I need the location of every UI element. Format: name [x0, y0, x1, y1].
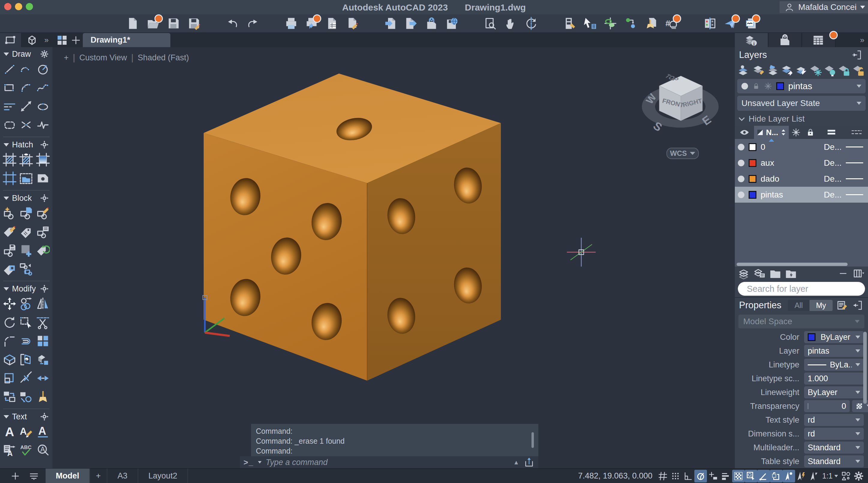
text-style-icon[interactable]: A,	[19, 425, 33, 438]
hatch-pick-icon[interactable]	[19, 153, 33, 167]
polyline-icon[interactable]	[19, 62, 33, 76]
export-text-icon[interactable]: A	[3, 444, 17, 457]
layer-color-swatch[interactable]	[749, 143, 756, 151]
edit-polyline-icon[interactable]	[3, 390, 17, 404]
layer-unisolate-icon[interactable]	[795, 63, 808, 77]
section-header-modify[interactable]: Modify	[0, 282, 53, 296]
polar-tracking-icon[interactable]	[694, 470, 707, 482]
attribute-manager-icon[interactable]	[36, 225, 50, 239]
extend-icon[interactable]	[19, 353, 33, 367]
performance-icon[interactable]	[744, 17, 757, 30]
page-setup-icon[interactable]	[345, 17, 359, 30]
slider-thumb[interactable]	[808, 403, 808, 409]
eye-icon[interactable]	[735, 125, 754, 139]
boundary-icon[interactable]	[3, 171, 17, 185]
attach-icon[interactable]	[425, 17, 438, 30]
ellipse-icon[interactable]	[36, 100, 50, 113]
properties-scrollbar[interactable]	[863, 332, 867, 404]
filter-my-button[interactable]: My	[809, 300, 833, 311]
lock-column-icon[interactable]	[803, 125, 817, 139]
gradient-icon[interactable]	[36, 153, 50, 167]
add-panel-icon[interactable]	[8, 469, 22, 483]
save-icon[interactable]	[167, 17, 181, 30]
share-icon[interactable]	[723, 17, 737, 30]
columns-icon[interactable]	[852, 266, 866, 280]
fillet-icon[interactable]	[3, 334, 17, 348]
list-icon[interactable]	[27, 469, 41, 483]
auto-hide-icon[interactable]	[852, 299, 864, 311]
gear-icon[interactable]	[40, 50, 49, 59]
layer-color-swatch[interactable]	[749, 175, 756, 183]
command-history-scrollbar[interactable]	[531, 432, 534, 448]
layer-lock-icon[interactable]	[837, 63, 851, 77]
break-icon[interactable]	[19, 371, 33, 385]
tab-layers[interactable]: i	[735, 33, 768, 47]
text-style-dropdown[interactable]: rd	[804, 414, 864, 426]
property-filter-icon[interactable]	[784, 266, 798, 280]
workspace-icon[interactable]	[840, 470, 852, 482]
layer-table-hscrollbar[interactable]	[735, 262, 868, 266]
text-underline-icon[interactable]: A	[36, 425, 50, 438]
gear-icon[interactable]	[40, 140, 49, 149]
find-text-icon[interactable]: A	[36, 444, 50, 457]
lineweight-dropdown[interactable]: ByLayer	[804, 386, 864, 398]
layer-state-dropdown[interactable]: Unsaved Layer State	[737, 96, 866, 111]
gear-icon[interactable]	[40, 194, 49, 203]
mirror-icon[interactable]	[36, 297, 50, 311]
write-block-icon[interactable]	[3, 244, 17, 257]
edit-attribute-icon[interactable]	[3, 225, 17, 239]
auto-hide-icon[interactable]	[850, 48, 864, 62]
quick-properties-icon[interactable]	[795, 470, 808, 482]
tab-a3[interactable]: A3	[107, 468, 138, 483]
sync-attributes-icon[interactable]	[36, 244, 50, 257]
rectangle-icon[interactable]	[3, 81, 17, 94]
solid-fill-icon[interactable]	[36, 171, 50, 185]
compare-icon[interactable]	[703, 17, 717, 30]
command-input-placeholder[interactable]: Type a command	[266, 458, 509, 467]
zoom-window-icon[interactable]	[484, 17, 497, 30]
tab-3d-tools[interactable]	[21, 33, 42, 47]
join-icon[interactable]	[36, 371, 50, 385]
scale-icon[interactable]	[3, 371, 17, 385]
multileader-style-dropdown[interactable]: Standard	[804, 442, 864, 454]
offset-icon[interactable]	[19, 334, 33, 348]
copy-icon[interactable]	[19, 297, 33, 311]
column-header-name[interactable]: N...	[754, 126, 789, 139]
linetype-column-icon[interactable]	[845, 125, 868, 139]
save-as-icon[interactable]	[187, 17, 201, 30]
replace-block-icon[interactable]	[19, 262, 33, 276]
linetype-scale-input[interactable]: 1.000	[804, 372, 864, 385]
wcs-dropdown[interactable]: WCS	[666, 148, 699, 159]
layer-previous-icon[interactable]	[766, 63, 780, 77]
set-bylayer-icon[interactable]	[19, 390, 33, 404]
add-block-icon[interactable]	[19, 244, 33, 257]
layer-search-input[interactable]	[746, 284, 861, 294]
customization-gear-icon[interactable]	[852, 470, 865, 482]
tab-grid-icon[interactable]	[55, 33, 69, 47]
pan-icon[interactable]	[504, 17, 518, 30]
maximize-window-button[interactable]	[26, 3, 33, 10]
layer-row-selected[interactable]: pintas De...	[735, 187, 868, 203]
layer-settings-icon[interactable]	[753, 266, 767, 280]
layer-color-swatch[interactable]	[749, 191, 756, 199]
layer-row[interactable]: 0 De...	[735, 139, 868, 155]
color-dropdown[interactable]: ByLayer	[804, 331, 864, 343]
convert-icon[interactable]	[624, 17, 638, 30]
count-icon[interactable]: #	[665, 17, 678, 30]
layer-unlock-icon[interactable]	[852, 63, 866, 77]
layer-states-icon[interactable]	[737, 266, 751, 280]
layer-isolate-icon[interactable]	[780, 63, 794, 77]
freehand-icon[interactable]	[36, 118, 50, 132]
spline-icon[interactable]	[36, 81, 50, 94]
revision-cloud-icon[interactable]	[3, 118, 17, 132]
gear-icon[interactable]	[40, 284, 49, 293]
tab-2d-tools[interactable]	[0, 33, 21, 47]
multiline-icon[interactable]	[3, 100, 17, 113]
create-block-icon[interactable]	[3, 206, 17, 220]
mtext-icon[interactable]: A	[3, 425, 17, 438]
rotate-icon[interactable]	[3, 315, 17, 329]
orbit-icon[interactable]	[524, 17, 538, 30]
import-icon[interactable]	[384, 17, 398, 30]
quick-select-icon[interactable]	[583, 17, 597, 30]
quick-notes-icon[interactable]	[836, 299, 848, 311]
